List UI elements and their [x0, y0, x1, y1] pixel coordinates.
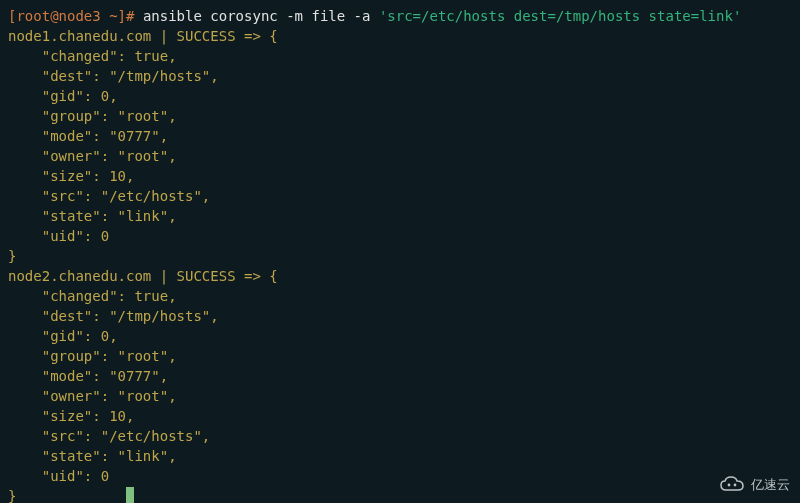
result-header-2: node2.chanedu.com | SUCCESS => {	[8, 268, 278, 284]
watermark: 亿速云	[719, 475, 790, 495]
json-line: "mode": "0777",	[8, 128, 177, 144]
result-header-1: node1.chanedu.com | SUCCESS => {	[8, 28, 278, 44]
json-line: "changed": true,	[8, 48, 185, 64]
json-line: "changed": true,	[8, 288, 185, 304]
json-line: "state": "link",	[8, 208, 185, 224]
terminal-output[interactable]: [root@node3 ~]# ansible corosync -m file…	[0, 0, 800, 503]
svg-point-0	[728, 484, 731, 487]
json-line: "uid": 0	[8, 228, 109, 244]
json-line: "gid": 0,	[8, 328, 126, 344]
json-line: "size": 10,	[8, 168, 143, 184]
json-line: "group": "root",	[8, 108, 185, 124]
json-line: "dest": "/tmp/hosts",	[8, 68, 227, 84]
svg-point-1	[734, 484, 737, 487]
cloud-icon	[719, 476, 745, 494]
terminal-cursor	[126, 487, 134, 503]
json-close: }	[8, 248, 16, 264]
json-line: "src": "/etc/hosts",	[8, 428, 219, 444]
json-line: "state": "link",	[8, 448, 185, 464]
command-arg: 'src=/etc/hosts dest=/tmp/hosts state=li…	[379, 8, 741, 24]
json-line: "src": "/etc/hosts",	[8, 188, 219, 204]
watermark-text: 亿速云	[751, 475, 790, 495]
json-line: "group": "root",	[8, 348, 185, 364]
json-line: "owner": "root",	[8, 148, 185, 164]
json-line: "mode": "0777",	[8, 368, 177, 384]
json-line: "owner": "root",	[8, 388, 185, 404]
command-text: ansible corosync -m file -a	[143, 8, 371, 24]
json-line: "dest": "/tmp/hosts",	[8, 308, 227, 324]
json-line: "size": 10,	[8, 408, 143, 424]
json-close: }	[8, 488, 16, 503]
json-line: "uid": 0	[8, 468, 109, 484]
shell-prompt: [root@node3 ~]#	[8, 8, 134, 24]
json-line: "gid": 0,	[8, 88, 126, 104]
